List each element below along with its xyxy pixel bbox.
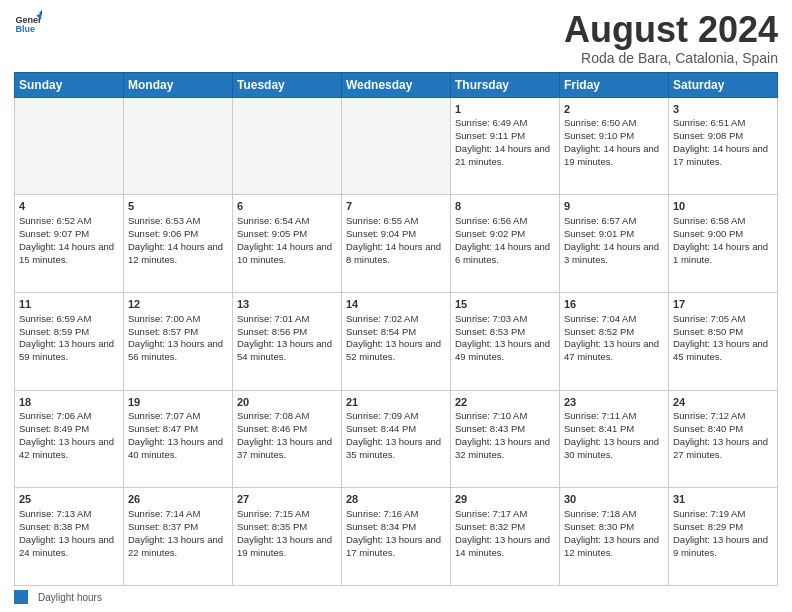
calendar-week-3: 11Sunrise: 6:59 AM Sunset: 8:59 PM Dayli… <box>15 292 778 390</box>
logo: General Blue <box>14 10 42 38</box>
calendar-day: 18Sunrise: 7:06 AM Sunset: 8:49 PM Dayli… <box>15 390 124 488</box>
day-info: Sunrise: 6:52 AM Sunset: 9:07 PM Dayligh… <box>19 215 114 264</box>
day-number: 10 <box>673 199 773 214</box>
main-title: August 2024 <box>564 10 778 50</box>
day-number: 31 <box>673 492 773 507</box>
logo-icon: General Blue <box>14 10 42 38</box>
calendar-week-2: 4Sunrise: 6:52 AM Sunset: 9:07 PM Daylig… <box>15 195 778 293</box>
calendar-day: 8Sunrise: 6:56 AM Sunset: 9:02 PM Daylig… <box>451 195 560 293</box>
calendar-header-saturday: Saturday <box>669 72 778 97</box>
day-info: Sunrise: 6:59 AM Sunset: 8:59 PM Dayligh… <box>19 313 114 362</box>
day-number: 9 <box>564 199 664 214</box>
calendar-day: 7Sunrise: 6:55 AM Sunset: 9:04 PM Daylig… <box>342 195 451 293</box>
day-number: 14 <box>346 297 446 312</box>
calendar-day: 24Sunrise: 7:12 AM Sunset: 8:40 PM Dayli… <box>669 390 778 488</box>
day-number: 13 <box>237 297 337 312</box>
calendar-day: 16Sunrise: 7:04 AM Sunset: 8:52 PM Dayli… <box>560 292 669 390</box>
day-number: 18 <box>19 395 119 410</box>
day-info: Sunrise: 7:11 AM Sunset: 8:41 PM Dayligh… <box>564 410 659 459</box>
calendar-day <box>15 97 124 195</box>
calendar-week-1: 1Sunrise: 6:49 AM Sunset: 9:11 PM Daylig… <box>15 97 778 195</box>
day-number: 26 <box>128 492 228 507</box>
day-info: Sunrise: 7:02 AM Sunset: 8:54 PM Dayligh… <box>346 313 441 362</box>
day-number: 8 <box>455 199 555 214</box>
day-number: 2 <box>564 102 664 117</box>
day-number: 3 <box>673 102 773 117</box>
calendar-day <box>124 97 233 195</box>
calendar-day: 11Sunrise: 6:59 AM Sunset: 8:59 PM Dayli… <box>15 292 124 390</box>
day-info: Sunrise: 6:51 AM Sunset: 9:08 PM Dayligh… <box>673 117 768 166</box>
calendar-header-monday: Monday <box>124 72 233 97</box>
calendar-day: 27Sunrise: 7:15 AM Sunset: 8:35 PM Dayli… <box>233 488 342 586</box>
calendar-day: 5Sunrise: 6:53 AM Sunset: 9:06 PM Daylig… <box>124 195 233 293</box>
calendar-day: 20Sunrise: 7:08 AM Sunset: 8:46 PM Dayli… <box>233 390 342 488</box>
day-info: Sunrise: 7:06 AM Sunset: 8:49 PM Dayligh… <box>19 410 114 459</box>
day-info: Sunrise: 7:18 AM Sunset: 8:30 PM Dayligh… <box>564 508 659 557</box>
day-number: 16 <box>564 297 664 312</box>
day-number: 29 <box>455 492 555 507</box>
day-info: Sunrise: 6:54 AM Sunset: 9:05 PM Dayligh… <box>237 215 332 264</box>
day-info: Sunrise: 6:50 AM Sunset: 9:10 PM Dayligh… <box>564 117 659 166</box>
calendar-day <box>233 97 342 195</box>
day-number: 19 <box>128 395 228 410</box>
calendar-day: 6Sunrise: 6:54 AM Sunset: 9:05 PM Daylig… <box>233 195 342 293</box>
day-info: Sunrise: 7:07 AM Sunset: 8:47 PM Dayligh… <box>128 410 223 459</box>
day-info: Sunrise: 7:00 AM Sunset: 8:57 PM Dayligh… <box>128 313 223 362</box>
day-info: Sunrise: 6:49 AM Sunset: 9:11 PM Dayligh… <box>455 117 550 166</box>
day-info: Sunrise: 6:55 AM Sunset: 9:04 PM Dayligh… <box>346 215 441 264</box>
day-number: 15 <box>455 297 555 312</box>
calendar-day: 3Sunrise: 6:51 AM Sunset: 9:08 PM Daylig… <box>669 97 778 195</box>
calendar-day: 10Sunrise: 6:58 AM Sunset: 9:00 PM Dayli… <box>669 195 778 293</box>
day-number: 12 <box>128 297 228 312</box>
day-info: Sunrise: 7:19 AM Sunset: 8:29 PM Dayligh… <box>673 508 768 557</box>
day-number: 4 <box>19 199 119 214</box>
day-info: Sunrise: 7:12 AM Sunset: 8:40 PM Dayligh… <box>673 410 768 459</box>
calendar-week-5: 25Sunrise: 7:13 AM Sunset: 8:38 PM Dayli… <box>15 488 778 586</box>
calendar-day: 25Sunrise: 7:13 AM Sunset: 8:38 PM Dayli… <box>15 488 124 586</box>
calendar-day: 12Sunrise: 7:00 AM Sunset: 8:57 PM Dayli… <box>124 292 233 390</box>
day-info: Sunrise: 7:09 AM Sunset: 8:44 PM Dayligh… <box>346 410 441 459</box>
calendar-day: 19Sunrise: 7:07 AM Sunset: 8:47 PM Dayli… <box>124 390 233 488</box>
day-number: 7 <box>346 199 446 214</box>
day-info: Sunrise: 7:17 AM Sunset: 8:32 PM Dayligh… <box>455 508 550 557</box>
day-info: Sunrise: 7:08 AM Sunset: 8:46 PM Dayligh… <box>237 410 332 459</box>
day-info: Sunrise: 7:15 AM Sunset: 8:35 PM Dayligh… <box>237 508 332 557</box>
day-number: 30 <box>564 492 664 507</box>
legend-box <box>14 590 28 604</box>
day-info: Sunrise: 7:10 AM Sunset: 8:43 PM Dayligh… <box>455 410 550 459</box>
calendar-header-thursday: Thursday <box>451 72 560 97</box>
calendar-day <box>342 97 451 195</box>
sub-title: Roda de Bara, Catalonia, Spain <box>564 50 778 66</box>
day-info: Sunrise: 7:16 AM Sunset: 8:34 PM Dayligh… <box>346 508 441 557</box>
calendar-day: 30Sunrise: 7:18 AM Sunset: 8:30 PM Dayli… <box>560 488 669 586</box>
calendar-day: 4Sunrise: 6:52 AM Sunset: 9:07 PM Daylig… <box>15 195 124 293</box>
calendar-day: 14Sunrise: 7:02 AM Sunset: 8:54 PM Dayli… <box>342 292 451 390</box>
day-number: 27 <box>237 492 337 507</box>
title-block: August 2024 Roda de Bara, Catalonia, Spa… <box>564 10 778 66</box>
day-number: 25 <box>19 492 119 507</box>
day-info: Sunrise: 6:56 AM Sunset: 9:02 PM Dayligh… <box>455 215 550 264</box>
calendar-day: 22Sunrise: 7:10 AM Sunset: 8:43 PM Dayli… <box>451 390 560 488</box>
calendar-header-row: SundayMondayTuesdayWednesdayThursdayFrid… <box>15 72 778 97</box>
legend-label: Daylight hours <box>38 592 102 603</box>
day-info: Sunrise: 7:13 AM Sunset: 8:38 PM Dayligh… <box>19 508 114 557</box>
calendar-header-tuesday: Tuesday <box>233 72 342 97</box>
calendar-day: 28Sunrise: 7:16 AM Sunset: 8:34 PM Dayli… <box>342 488 451 586</box>
day-info: Sunrise: 7:04 AM Sunset: 8:52 PM Dayligh… <box>564 313 659 362</box>
day-info: Sunrise: 6:58 AM Sunset: 9:00 PM Dayligh… <box>673 215 768 264</box>
calendar-day: 26Sunrise: 7:14 AM Sunset: 8:37 PM Dayli… <box>124 488 233 586</box>
day-info: Sunrise: 7:03 AM Sunset: 8:53 PM Dayligh… <box>455 313 550 362</box>
header: General Blue August 2024 Roda de Bara, C… <box>14 10 778 66</box>
calendar-day: 2Sunrise: 6:50 AM Sunset: 9:10 PM Daylig… <box>560 97 669 195</box>
day-number: 17 <box>673 297 773 312</box>
calendar-day: 15Sunrise: 7:03 AM Sunset: 8:53 PM Dayli… <box>451 292 560 390</box>
day-number: 24 <box>673 395 773 410</box>
calendar-day: 17Sunrise: 7:05 AM Sunset: 8:50 PM Dayli… <box>669 292 778 390</box>
page: General Blue August 2024 Roda de Bara, C… <box>0 0 792 612</box>
day-number: 11 <box>19 297 119 312</box>
svg-text:Blue: Blue <box>15 24 35 34</box>
footer: Daylight hours <box>14 590 778 604</box>
day-number: 21 <box>346 395 446 410</box>
calendar-day: 23Sunrise: 7:11 AM Sunset: 8:41 PM Dayli… <box>560 390 669 488</box>
calendar-day: 9Sunrise: 6:57 AM Sunset: 9:01 PM Daylig… <box>560 195 669 293</box>
